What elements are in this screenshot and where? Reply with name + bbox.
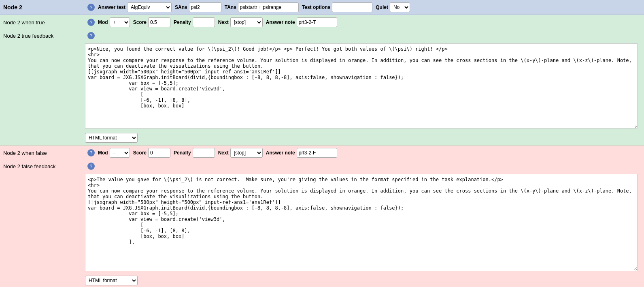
false-textarea-container: <p>The value you gave for \(\psi_2\) is … (85, 174, 638, 272)
true-score-input[interactable] (148, 17, 170, 27)
true-mod-label: Mod (98, 19, 108, 25)
true-format-select[interactable]: HTML format (85, 133, 138, 143)
tans-label: TAns (225, 4, 236, 10)
false-feedback-help-icon[interactable]: ? (87, 163, 95, 170)
true-score-label: Score (133, 19, 147, 25)
true-mod-select[interactable]: + (110, 17, 130, 27)
when-false-label: Node 2 when false (3, 150, 84, 156)
true-feedback-help-icon[interactable]: ? (87, 32, 95, 39)
sans-input[interactable] (189, 2, 221, 12)
quiet-group: Quiet No (376, 2, 410, 12)
true-next-select[interactable]: [stop] (230, 17, 263, 27)
true-answer-note-label: Answer note (266, 19, 295, 25)
false-section: Node 2 when false ? Mod - Score Penalty … (0, 146, 644, 287)
false-penalty-group: Penalty (174, 148, 215, 158)
true-next-label: Next (218, 19, 229, 25)
tans-group: TAns (225, 2, 299, 12)
true-penalty-group: Penalty (174, 17, 215, 27)
false-next-group: Next [stop] (218, 148, 263, 158)
answer-test-label: Answer test (98, 4, 125, 10)
false-format-select[interactable]: HTML format (85, 276, 138, 285)
node-help-icon[interactable]: ? (87, 4, 95, 11)
tans-input[interactable] (238, 2, 299, 12)
true-textarea-container: <p>Nice, you found the correct value for… (85, 43, 638, 130)
when-true-row: Node 2 when true ? Mod + Score Penalty N… (0, 15, 644, 30)
true-feedback-label-row: Node 2 true feedback ? (0, 30, 644, 42)
false-format-group: HTML format (85, 276, 138, 285)
true-format-row: HTML format (0, 131, 644, 145)
true-penalty-input[interactable] (193, 17, 215, 27)
when-false-help-icon[interactable]: ? (87, 149, 95, 156)
false-answer-note-input[interactable] (297, 148, 337, 158)
quiet-select[interactable]: No (390, 2, 410, 12)
false-next-label: Next (218, 150, 229, 156)
false-answer-note-label: Answer note (266, 150, 295, 156)
false-feedback-textarea[interactable]: <p>The value you gave for \(\psi_2\) is … (85, 174, 638, 271)
answer-test-select[interactable]: AlgEquiv (127, 2, 172, 12)
false-next-select[interactable]: [stop] (230, 148, 263, 158)
answer-test-group: Answer test AlgEquiv (98, 2, 172, 12)
false-answer-note-group: Answer note (266, 148, 337, 158)
false-score-label: Score (133, 150, 147, 156)
true-answer-note-input[interactable] (297, 17, 337, 27)
true-feedback-row: <p>Nice, you found the correct value for… (0, 42, 644, 131)
when-true-label: Node 2 when true (3, 19, 84, 26)
true-penalty-label: Penalty (174, 19, 191, 25)
false-feedback-label-row: Node 2 false feedback ? (0, 160, 644, 172)
false-feedback-row: <p>The value you gave for \(\psi_2\) is … (0, 172, 644, 274)
false-mod-group: Mod - (98, 148, 130, 158)
when-false-row: Node 2 when false ? Mod - Score Penalty … (0, 146, 644, 160)
quiet-label: Quiet (376, 4, 388, 10)
sans-label: SAns (175, 4, 187, 10)
true-answer-note-group: Answer note (266, 17, 337, 27)
false-mod-select[interactable]: - (110, 148, 130, 158)
false-score-group: Score (133, 148, 170, 158)
true-mod-group: Mod + (98, 17, 130, 27)
node-title: Node 2 (3, 4, 84, 11)
true-format-group: HTML format (85, 133, 138, 143)
test-options-group: Test options (302, 2, 372, 12)
false-penalty-input[interactable] (193, 148, 215, 158)
sans-group: SAns (175, 2, 221, 12)
false-mod-label: Mod (98, 150, 108, 156)
true-score-group: Score (133, 17, 170, 27)
node-header: Node 2 ? Answer test AlgEquiv SAns TAns … (0, 0, 644, 15)
false-feedback-label: Node 2 false feedback (3, 163, 84, 169)
main-container: Node 2 ? Answer test AlgEquiv SAns TAns … (0, 0, 644, 287)
true-feedback-textarea[interactable]: <p>Nice, you found the correct value for… (85, 43, 638, 129)
true-next-group: Next [stop] (218, 17, 263, 27)
test-options-input[interactable] (332, 2, 372, 12)
true-feedback-label: Node 2 true feedback (3, 33, 84, 39)
false-penalty-label: Penalty (174, 150, 191, 156)
true-section: Node 2 when true ? Mod + Score Penalty N… (0, 15, 644, 146)
when-true-help-icon[interactable]: ? (87, 19, 95, 26)
false-score-input[interactable] (148, 148, 170, 158)
test-options-label: Test options (302, 4, 330, 10)
false-format-row: HTML format (0, 274, 644, 287)
